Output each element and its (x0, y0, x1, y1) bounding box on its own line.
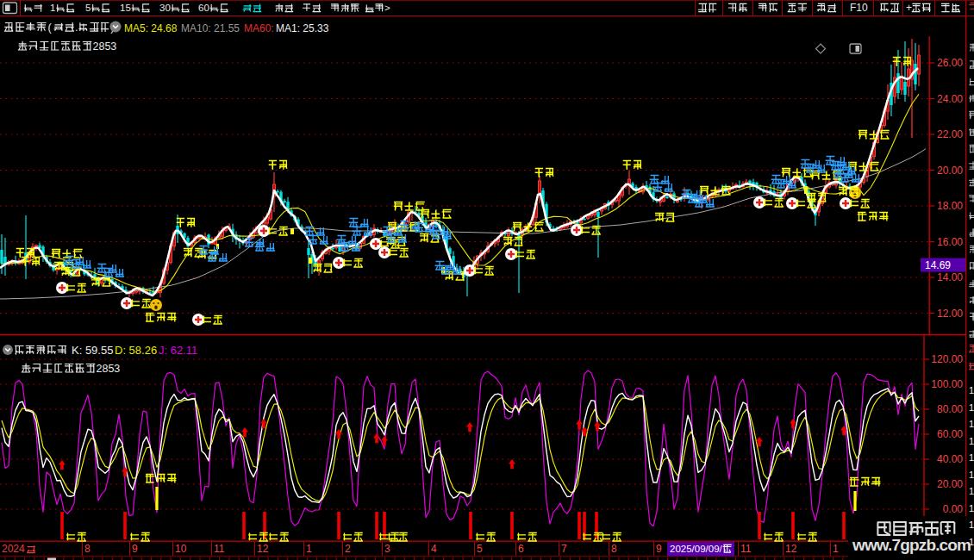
svg-text:F10: F10 (850, 2, 868, 14)
svg-text:K: 59.55: K: 59.55 (72, 344, 113, 357)
svg-text:6: 6 (518, 543, 524, 555)
svg-text:1: 1 (306, 543, 312, 555)
svg-text:2025/09/09/: 2025/09/09/ (670, 544, 723, 554)
svg-text:1: 1 (969, 486, 974, 496)
svg-text:11: 11 (740, 543, 752, 555)
svg-text:24.00: 24.00 (937, 93, 963, 105)
svg-text:30: 30 (159, 3, 171, 13)
svg-text:.: . (75, 22, 78, 34)
svg-text:1: 1 (969, 537, 974, 547)
svg-text:10: 10 (175, 543, 187, 555)
svg-text:80.00: 80.00 (937, 403, 963, 415)
svg-text:4: 4 (431, 543, 437, 555)
svg-text:120.00: 120.00 (931, 353, 963, 365)
svg-text:14.00: 14.00 (937, 271, 963, 283)
svg-text:1: 1 (969, 520, 974, 530)
svg-text:14.69: 14.69 (925, 259, 951, 271)
svg-text:26.00: 26.00 (937, 57, 963, 69)
svg-text:20.00: 20.00 (937, 165, 963, 177)
svg-text:2: 2 (345, 543, 351, 555)
svg-text:8: 8 (611, 543, 617, 555)
svg-text:www.7gpzb.com: www.7gpzb.com (852, 536, 971, 554)
svg-text:40.00: 40.00 (937, 453, 963, 465)
svg-text:15: 15 (120, 3, 131, 13)
svg-text:5: 5 (85, 3, 91, 13)
svg-text:>: > (384, 3, 390, 13)
svg-text:J: 62.11: J: 62.11 (159, 344, 197, 357)
svg-text:MA5: 24.68: MA5: 24.68 (124, 22, 178, 34)
svg-text:11: 11 (214, 543, 225, 555)
svg-text:16.00: 16.00 (937, 236, 963, 248)
svg-text:9: 9 (132, 543, 138, 555)
svg-text:22.00: 22.00 (937, 128, 963, 140)
svg-text:1: 1 (969, 402, 974, 413)
svg-text:3: 3 (384, 543, 390, 555)
svg-text:2853: 2853 (97, 363, 121, 375)
svg-text:MA1: 25.33: MA1: 25.33 (276, 22, 329, 34)
svg-text:12.00: 12.00 (937, 308, 963, 320)
svg-text:9: 9 (656, 543, 662, 555)
svg-text:+: + (906, 2, 912, 14)
svg-text:5: 5 (477, 543, 483, 555)
svg-text:100.00: 100.00 (931, 378, 963, 390)
svg-text:0.00: 0.00 (943, 503, 964, 515)
svg-text:7: 7 (561, 543, 567, 555)
svg-text:12: 12 (785, 543, 797, 555)
svg-text:MA60:: MA60: (244, 22, 274, 34)
svg-text:2024: 2024 (2, 543, 25, 555)
svg-text:1: 1 (833, 543, 839, 555)
svg-text:1: 1 (969, 419, 974, 429)
svg-text:2853: 2853 (93, 40, 117, 53)
svg-text:1: 1 (969, 385, 974, 395)
svg-text:1: 1 (969, 436, 974, 446)
svg-text:MA10: 21.55: MA10: 21.55 (181, 22, 240, 34)
svg-text:60.00: 60.00 (937, 428, 963, 440)
svg-text:60: 60 (198, 3, 209, 13)
svg-text:1: 1 (969, 470, 974, 480)
svg-text:1: 1 (969, 452, 974, 463)
svg-text:8: 8 (84, 543, 91, 555)
svg-text:20.00: 20.00 (937, 478, 963, 490)
svg-text:1: 1 (969, 503, 974, 513)
svg-text:18.00: 18.00 (937, 200, 963, 212)
svg-text:D: 58.26: D: 58.26 (115, 344, 157, 357)
svg-text:12: 12 (257, 543, 269, 555)
svg-text:1: 1 (50, 3, 55, 13)
